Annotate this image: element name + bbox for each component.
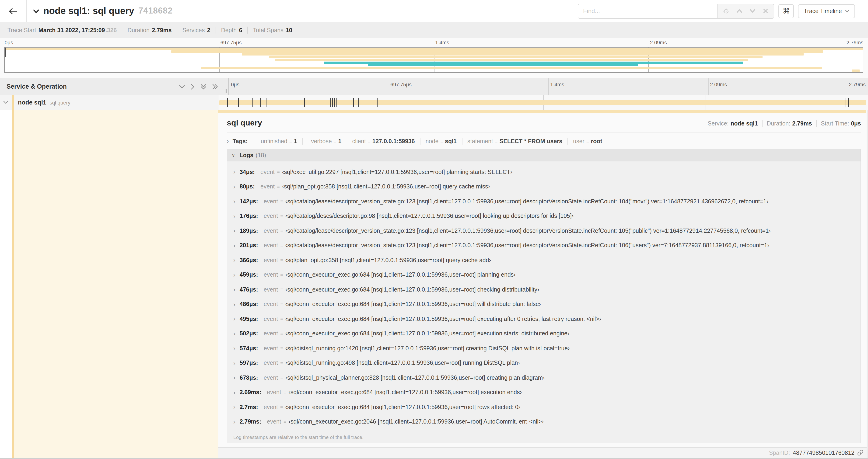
span-detail-row: sql query Service:node sql1 Duration:2.7… [0,110,868,458]
locate-icon[interactable] [720,4,733,18]
timeline-gridline [548,78,549,95]
log-field-value: ‹sql/conn_executor_exec.go:684 [nsql1,cl… [285,301,541,308]
log-entry[interactable]: › 2.79ms: event = ‹sql/conn_executor_exe… [227,415,861,429]
column-resize-grip[interactable] [225,89,227,93]
log-marker-tick [334,98,335,107]
services-stat: Services 2 [177,27,216,33]
page-title: node sql1: sql query [43,6,134,16]
chevron-right-icon: › [233,286,236,293]
trace-summary-bar: Trace Start March 31 2022, 17:25:09.326 … [0,22,868,38]
log-field-value: ‹sql/catalog/descs/descriptor.go:98 [nsq… [285,213,574,220]
logs-footnote: Log timestamps are relative to the start… [227,431,861,443]
log-entry[interactable]: › 176μs: event = ‹sql/catalog/descs/desc… [227,209,861,223]
log-field-value: ‹sql/plan_opt.go:358 [nsql1,client=127.0… [285,257,491,264]
minimap-span-bar [201,67,822,69]
log-marker-tick [305,98,305,107]
bottom-strip [0,458,868,459]
log-entry[interactable]: › 189μs: event = ‹sql/catalog/lease/desc… [227,223,861,238]
service-operation-header: Service & Operation [6,83,179,90]
chevron-down-icon [845,9,849,12]
find-group [578,3,774,19]
log-entry[interactable]: › 34μs: event = ‹sql/exec_util.go:2297 [… [227,165,861,179]
find-prev-icon[interactable] [733,4,746,18]
view-select-button[interactable]: Trace Timeline [798,4,855,18]
log-field-key: event [267,389,281,396]
log-field-value: ‹sql/conn_executor_exec.go:684 [nsql1,cl… [285,316,601,322]
chevron-right-icon: › [233,301,236,308]
log-entry[interactable]: › 142μs: event = ‹sql/catalog/lease/desc… [227,194,861,209]
log-timestamp: 502μs: [240,330,258,337]
logs-accordian-toggle[interactable]: ∨ Logs (18) [227,149,861,161]
log-entry[interactable]: › 80μs: event = ‹sql/plan_opt.go:358 [ns… [227,179,861,194]
span-row-name-cell[interactable]: node sql1 sql query [0,95,218,110]
chevron-right-icon: › [233,360,236,367]
deep-link-icon[interactable] [857,450,863,456]
log-entry[interactable]: › 502μs: event = ‹sql/conn_executor_exec… [227,326,861,341]
find-input[interactable] [579,4,717,18]
log-timestamp: 495μs: [240,316,258,322]
log-entry[interactable]: › 597μs: event = ‹sql/distsql_running.go… [227,356,861,370]
divider [762,120,763,127]
log-entry[interactable]: › 574μs: event = ‹sql/distsql_running.go… [227,341,861,356]
chevron-right-icon: › [233,316,236,323]
log-entry[interactable]: › 459μs: event = ‹sql/conn_executor_exec… [227,267,861,282]
trace-collapse-chevron-icon[interactable] [33,9,39,13]
log-entry[interactable]: › 201μs: event = ‹sql/catalog/lease/desc… [227,238,861,253]
span-detail-accent-bar [218,110,866,113]
log-field-key: event [264,286,278,293]
chevron-right-icon: › [233,389,236,396]
chevron-right-icon: › [233,271,236,278]
log-marker-tick [336,98,337,107]
log-field-value: ‹sql/conn_executor_exec.go:684 [nsql1,cl… [285,330,569,337]
span-row: node sql1 sql query [0,95,868,110]
log-entry[interactable]: › 495μs: event = ‹sql/conn_executor_exec… [227,312,861,326]
find-next-icon[interactable] [746,4,759,18]
back-arrow-icon [9,8,17,14]
scrollbar-track[interactable] [867,110,868,458]
log-timestamp: 2.7ms: [240,404,258,411]
log-marker-tick [327,98,327,107]
span-collapse-chevron-icon[interactable] [0,101,12,104]
log-field-value: ‹sql/conn_executor_exec.go:684 [nsql1,cl… [285,404,520,411]
log-field-key: event [264,213,278,220]
log-timestamp: 176μs: [240,213,258,220]
span-detail-title: sql query [227,119,262,128]
log-timestamp: 574μs: [240,345,258,352]
collapse-one-icon[interactable] [179,85,185,88]
tags-accordian-toggle[interactable]: › Tags: _unfinished=1 _verbose=1 client=… [227,138,861,144]
log-entry[interactable]: › 486μs: event = ‹sql/conn_executor_exec… [227,297,861,312]
log-entry[interactable]: › 2.7ms: event = ‹sql/conn_executor_exec… [227,400,861,415]
tag-item: client=127.0.0.1:59936 [347,138,420,144]
command-icon: ⌘ [783,6,790,15]
log-field-value: ‹sql/catalog/lease/descriptor_version_st… [285,198,768,205]
log-entry[interactable]: › 678μs: event = ‹sql/distsql_physical_p… [227,370,861,385]
span-duration-bar[interactable] [219,100,866,105]
expand-all-icon[interactable] [212,84,218,89]
log-marker-tick [359,98,359,107]
log-entry[interactable]: › 366μs: event = ‹sql/plan_opt.go:358 [n… [227,253,861,267]
log-marker-tick [264,98,264,107]
log-entry[interactable]: › 2.69ms: event = ‹sql/conn_executor_exe… [227,385,861,400]
log-marker-tick [332,98,333,107]
chevron-right-icon: › [227,138,229,144]
divider [816,120,817,127]
timeline-collapse-controls [179,84,218,89]
log-timestamp: 366μs: [240,257,258,264]
expand-one-icon[interactable] [191,84,195,89]
log-field-key: event [264,330,278,337]
clear-find-icon[interactable] [759,4,772,18]
log-field-key: event [267,419,281,425]
collapse-all-icon[interactable] [201,84,206,89]
timeline-header: Service & Operation 0μs [0,78,868,95]
log-field-key: event [264,345,278,352]
span-row-timeline-cell[interactable] [218,95,868,110]
keyboard-shortcuts-button[interactable]: ⌘ [779,4,794,18]
log-field-value: ‹sql/catalog/lease/descriptor_version_st… [285,242,769,249]
log-timestamp: 476μs: [240,286,258,293]
log-entry[interactable]: › 476μs: event = ‹sql/conn_executor_exec… [227,282,861,297]
minimap-span-bar [368,64,638,66]
span-color-stripe [12,110,14,458]
minimap-range-handle[interactable] [5,47,6,57]
back-button[interactable] [0,0,27,22]
minimap-canvas[interactable] [4,47,863,73]
